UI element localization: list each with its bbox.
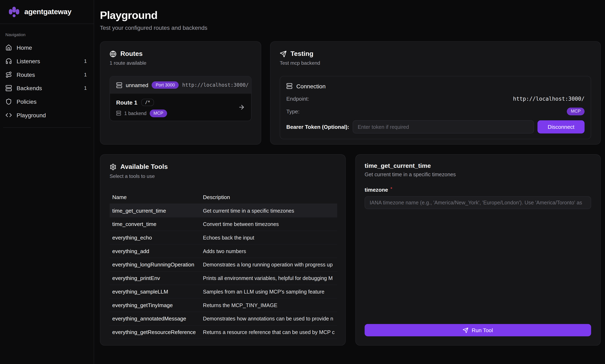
table-row[interactable]: everything_annotatedMessage Demonstrates… bbox=[109, 312, 337, 325]
gear-icon bbox=[109, 164, 117, 170]
disconnect-button[interactable]: Disconnect bbox=[537, 120, 584, 133]
bearer-token-label: Bearer Token (Optional): bbox=[286, 124, 349, 130]
sidebar-item-label: Playground bbox=[17, 112, 82, 118]
tool-name-cell: time_get_current_time bbox=[109, 208, 200, 214]
tool-name-cell: everything_echo bbox=[109, 234, 200, 241]
route-type-badge: MCP bbox=[150, 109, 167, 117]
sidebar-item-label: Policies bbox=[17, 98, 82, 105]
playground-page: agentgateway Navigation Home Listeners 1… bbox=[0, 0, 605, 364]
tool-description-cell: Demonstrates a long running operation wi… bbox=[200, 262, 337, 267]
sidebar-item-label: Listeners bbox=[17, 58, 79, 65]
type-label: Type: bbox=[286, 108, 299, 115]
run-tool-button[interactable]: Run Tool bbox=[365, 324, 591, 336]
arrow-right-icon[interactable] bbox=[238, 104, 245, 111]
agentgateway-logo-icon bbox=[8, 5, 21, 18]
routes-card-subtitle: 1 route available bbox=[109, 60, 251, 67]
table-row[interactable]: everything_add Adds two numbers bbox=[109, 245, 337, 258]
table-row[interactable]: everything_sampleLLM Samples from an LLM… bbox=[109, 285, 337, 299]
page-title: Playground bbox=[100, 9, 158, 22]
sidebar-item-home[interactable]: Home bbox=[0, 41, 94, 54]
sidebar-item-backends[interactable]: Backends 1 bbox=[0, 81, 94, 95]
tool-description-cell: Get current time in a specific timezones bbox=[200, 208, 337, 213]
sidebar-item-label: Backends bbox=[17, 85, 79, 91]
table-row[interactable]: time_get_current_time Get current time i… bbox=[109, 204, 337, 218]
server-icon bbox=[5, 85, 12, 91]
tools-table: Name Description time_get_current_time G… bbox=[109, 190, 337, 339]
sidebar: agentgateway Navigation Home Listeners 1… bbox=[0, 0, 94, 364]
selected-tool-title: time_get_current_time bbox=[365, 162, 592, 169]
route-name: Route 1 bbox=[116, 99, 137, 106]
timezone-input[interactable] bbox=[365, 196, 591, 209]
tool-description-cell: Adds two numbers bbox=[200, 248, 337, 254]
globe-icon bbox=[109, 51, 117, 57]
tool-name-cell: time_convert_time bbox=[109, 221, 200, 227]
tool-name-cell: everything_longRunningOperation bbox=[109, 261, 200, 268]
tool-description-cell: Returns a resource reference that can be… bbox=[200, 329, 337, 335]
table-row[interactable]: everything_echo Echoes back the input bbox=[109, 231, 337, 245]
nav-count-badge: 1 bbox=[84, 58, 87, 64]
sidebar-item-routes[interactable]: Routes 1 bbox=[0, 68, 94, 81]
bearer-token-input[interactable] bbox=[353, 120, 534, 133]
tool-description-cell: Demonstrates how annotations can be used… bbox=[200, 316, 337, 322]
headphones-icon bbox=[5, 58, 12, 65]
sidebar-item-label: Routes bbox=[17, 71, 79, 78]
required-marker: * bbox=[390, 186, 392, 192]
tools-card-title: Available Tools bbox=[120, 163, 168, 171]
route-backend-count: 1 backend bbox=[124, 111, 146, 116]
tool-description-cell: Convert time between timezones bbox=[200, 221, 337, 227]
sidebar-item-playground[interactable]: Playground bbox=[0, 108, 94, 122]
table-row[interactable]: everything_printEnv Prints all environme… bbox=[109, 272, 337, 285]
code-icon bbox=[5, 112, 12, 118]
available-tools-card: Available Tools Select a tools to use Na… bbox=[100, 154, 346, 346]
route-path-chip: /* bbox=[141, 99, 154, 106]
table-row[interactable]: time_convert_time Convert time between t… bbox=[109, 218, 337, 231]
tool-description-cell: Samples from an LLM using MCP's sampling… bbox=[200, 289, 337, 294]
route-row[interactable]: Route 1 /* 1 backend MCP bbox=[110, 94, 251, 121]
tool-description-cell: Echoes back the input bbox=[200, 234, 337, 240]
nav-divider bbox=[3, 127, 91, 128]
run-tool-panel: time_get_current_time Get current time i… bbox=[355, 154, 601, 346]
sidebar-item-listeners[interactable]: Listeners 1 bbox=[0, 54, 94, 68]
tool-description-cell: Returns the MCP_TINY_IMAGE bbox=[200, 302, 337, 308]
tools-table-header: Name Description bbox=[109, 190, 337, 204]
sidebar-item-policies[interactable]: Policies bbox=[0, 95, 94, 108]
page-subtitle: Test your configured routes and backends bbox=[100, 24, 207, 31]
nav-count-badge: 1 bbox=[84, 85, 87, 91]
server-icon bbox=[116, 82, 122, 88]
testing-card: Testing Test mcp backend Connection Endp… bbox=[270, 41, 601, 145]
connection-title: Connection bbox=[296, 83, 326, 89]
tool-name-cell: everything_getTinyImage bbox=[109, 302, 200, 308]
send-icon bbox=[280, 51, 287, 57]
send-icon bbox=[463, 327, 469, 333]
connection-box: Connection Endpoint: http://localhost:30… bbox=[280, 76, 591, 139]
run-tool-label: Run Tool bbox=[472, 327, 493, 333]
sidebar-nav: Home Listeners 1 Routes 1 Backends 1 Pol… bbox=[0, 41, 94, 122]
nav-section-label: Navigation bbox=[5, 32, 94, 37]
column-header-name: Name bbox=[109, 194, 200, 200]
sidebar-item-label: Home bbox=[17, 44, 82, 51]
table-row[interactable]: everything_longRunningOperation Demonstr… bbox=[109, 258, 337, 272]
listener-name: unnamed bbox=[126, 82, 148, 88]
testing-card-title: Testing bbox=[290, 50, 313, 58]
listener-header[interactable]: unnamed Port 3000 http://localhost:3000/ bbox=[110, 77, 251, 94]
port-badge: Port 3000 bbox=[152, 81, 179, 89]
timezone-field-label: timezone bbox=[365, 187, 388, 193]
brand-name: agentgateway bbox=[24, 8, 71, 16]
tool-name-cell: everything_getResourceReference bbox=[109, 329, 200, 335]
table-row[interactable]: everything_getResourceReference Returns … bbox=[109, 325, 337, 339]
server-icon bbox=[116, 111, 121, 116]
endpoint-value: http://localhost:3000/ bbox=[513, 96, 584, 102]
selected-tool-description: Get current time in a specific timezones bbox=[365, 172, 592, 178]
route-icon bbox=[5, 71, 12, 78]
tool-name-cell: everything_add bbox=[109, 248, 200, 254]
table-row[interactable]: everything_getTinyImage Returns the MCP_… bbox=[109, 299, 337, 312]
testing-card-subtitle: Test mcp backend bbox=[280, 60, 591, 67]
brand: agentgateway bbox=[0, 0, 94, 24]
routes-card-title: Routes bbox=[120, 50, 143, 58]
tool-description-cell: Prints all environment variables, helpfu… bbox=[200, 275, 337, 281]
tool-name-cell: everything_printEnv bbox=[109, 275, 200, 281]
nav-count-badge: 1 bbox=[84, 72, 87, 78]
endpoint-label: Endpoint: bbox=[286, 96, 309, 102]
listener-box: unnamed Port 3000 http://localhost:3000/… bbox=[109, 76, 251, 121]
tool-name-cell: everything_sampleLLM bbox=[109, 288, 200, 295]
